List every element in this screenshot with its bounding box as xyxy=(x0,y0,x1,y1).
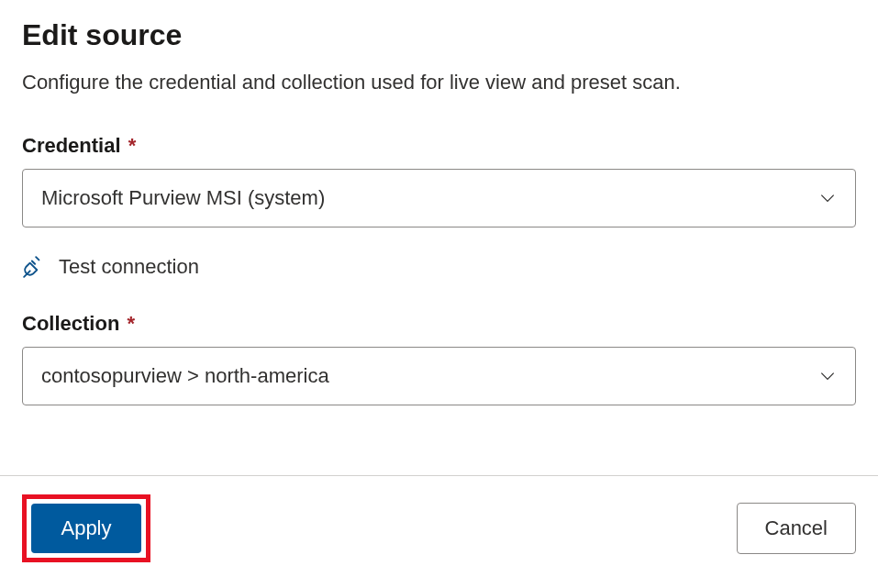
chevron-down-icon xyxy=(818,189,837,207)
svg-line-1 xyxy=(36,257,39,260)
required-marker: * xyxy=(127,312,135,335)
test-connection-label: Test connection xyxy=(59,255,199,279)
apply-button[interactable]: Apply xyxy=(31,504,141,553)
page-description: Configure the credential and collection … xyxy=(22,69,856,97)
credential-value: Microsoft Purview MSI (system) xyxy=(41,186,325,210)
collection-label: Collection * xyxy=(22,312,856,336)
required-marker: * xyxy=(128,134,137,157)
plug-icon xyxy=(22,255,46,279)
collection-label-text: Collection xyxy=(22,312,119,335)
cancel-button[interactable]: Cancel xyxy=(737,503,856,554)
credential-label-text: Credential xyxy=(22,134,121,157)
svg-line-0 xyxy=(32,261,35,263)
page-title: Edit source xyxy=(22,18,856,52)
chevron-down-icon xyxy=(818,367,837,385)
collection-value: contosopurview > north-america xyxy=(41,364,329,388)
test-connection-button[interactable]: Test connection xyxy=(22,255,199,279)
credential-dropdown[interactable]: Microsoft Purview MSI (system) xyxy=(22,169,856,227)
collection-dropdown[interactable]: contosopurview > north-america xyxy=(22,347,856,405)
credential-label: Credential * xyxy=(22,134,856,158)
footer: Apply Cancel xyxy=(0,475,878,588)
apply-highlight: Apply xyxy=(22,494,150,562)
